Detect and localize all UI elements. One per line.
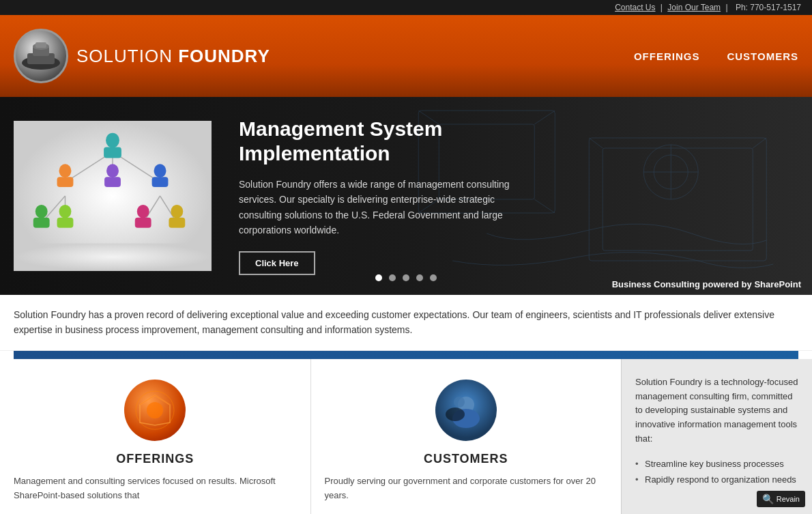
logo-icon (14, 29, 68, 83)
hero-content: Management System Implementation Solutio… (212, 117, 566, 276)
site-header: SOLUTION FOUNDRY OFFERINGS CUSTOMERS (0, 15, 812, 97)
hero-dots (375, 274, 437, 281)
cards-area: OFFERINGS Management and consulting serv… (0, 359, 621, 514)
dot-3[interactable] (403, 274, 409, 281)
bullet-item-2: Rapidly respond to organization needs (635, 472, 798, 488)
svg-point-48 (147, 402, 163, 418)
svg-point-41 (171, 205, 183, 218)
svg-point-39 (137, 205, 149, 218)
customers-card: CUSTOMERS Proudly serving our government… (311, 359, 622, 514)
right-panel-description: Solution Foundry is a technology-focused… (635, 375, 798, 446)
svg-rect-30 (57, 177, 74, 187)
revain-label: Revain (777, 495, 800, 503)
logo-area: SOLUTION FOUNDRY (14, 29, 634, 83)
offerings-card: OFFERINGS Management and consulting serv… (0, 359, 311, 514)
svg-point-33 (154, 164, 166, 177)
dot-5[interactable] (430, 274, 437, 281)
svg-point-52 (446, 408, 465, 421)
svg-line-14 (753, 138, 766, 148)
section-divider (14, 351, 798, 359)
intro-paragraph: Solution Foundry has a proven record of … (0, 295, 812, 351)
svg-rect-40 (135, 218, 151, 228)
customers-title: CUSTOMERS (325, 452, 608, 466)
hero-description: Solution Foundry offers a wide range of … (239, 177, 539, 238)
svg-rect-12 (603, 148, 753, 251)
dot-2[interactable] (389, 274, 396, 281)
svg-point-51 (454, 397, 465, 408)
contact-us-link[interactable]: Contact Us (615, 3, 655, 12)
main-nav: OFFERINGS CUSTOMERS (634, 51, 798, 62)
offerings-icon (124, 380, 186, 441)
dot-1[interactable] (375, 274, 382, 281)
hero-cta-button[interactable]: Click Here (239, 251, 315, 275)
svg-rect-38 (57, 218, 74, 228)
logo-text: SOLUTION FOUNDRY (76, 46, 270, 67)
dot-4[interactable] (416, 274, 423, 281)
hero-image (14, 121, 212, 271)
bullet-item-1: Streamline key business processes (635, 456, 798, 472)
svg-rect-4 (35, 42, 46, 48)
customers-desc: Proudly serving our government and corpo… (325, 474, 608, 503)
svg-point-27 (106, 133, 119, 148)
nav-offerings[interactable]: OFFERINGS (634, 51, 700, 62)
svg-point-31 (106, 164, 119, 177)
top-bar: Contact Us | Join Our Team | Ph: 770-517… (0, 0, 812, 15)
svg-line-13 (589, 138, 603, 148)
svg-rect-34 (152, 177, 169, 187)
revain-icon: 🔍 (762, 494, 774, 504)
revain-badge: 🔍 Revain (757, 491, 805, 507)
nav-customers[interactable]: CUSTOMERS (727, 51, 798, 62)
phone-number: Ph: 770-517-1517 (736, 3, 801, 12)
svg-rect-36 (33, 218, 50, 228)
offerings-title: OFFERINGS (14, 452, 297, 466)
hero-title: Management System Implementation (239, 117, 539, 166)
svg-point-29 (59, 164, 72, 177)
separator-1: | (661, 3, 663, 12)
offerings-desc: Management and consulting services focus… (14, 474, 297, 503)
lower-section: OFFERINGS Management and consulting serv… (0, 359, 812, 514)
svg-point-35 (35, 205, 48, 218)
separator-2: | (725, 3, 727, 12)
svg-rect-32 (104, 177, 121, 187)
svg-rect-43 (14, 244, 211, 271)
hero-banner: Management System Implementation Solutio… (0, 97, 812, 295)
bullet-list: Streamline key business processes Rapidl… (635, 456, 798, 488)
svg-point-37 (59, 205, 72, 218)
hero-footer-text: Business Consulting powered by SharePoin… (612, 279, 801, 289)
svg-rect-28 (104, 147, 121, 158)
svg-rect-42 (169, 218, 185, 228)
customers-icon (435, 380, 497, 441)
join-team-link[interactable]: Join Our Team (667, 3, 721, 12)
